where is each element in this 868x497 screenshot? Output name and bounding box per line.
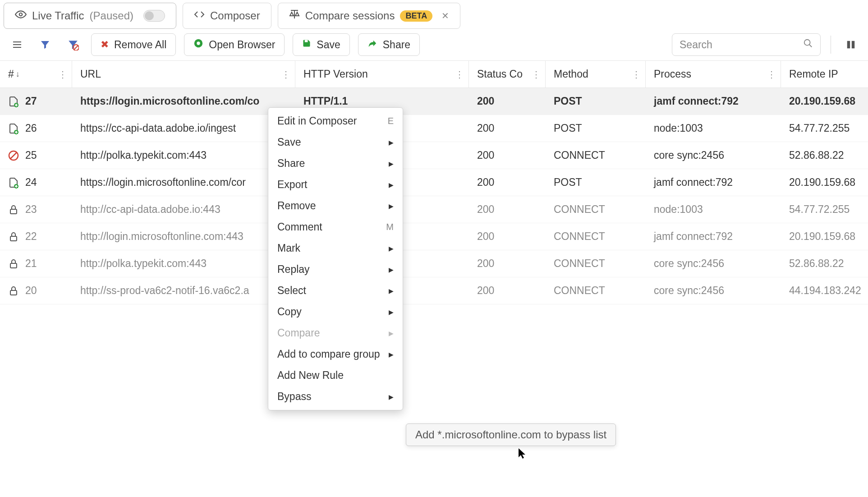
- svg-rect-20: [10, 263, 17, 268]
- chevron-right-icon: ▶: [389, 202, 394, 210]
- tab-live-label: Live Traffic: [32, 9, 84, 22]
- table-row[interactable]: 23http://cc-api-data.adobe.io:443200CONN…: [0, 196, 868, 223]
- submenu-bypass[interactable]: Add *.microsoftonline.com to bypass list: [406, 423, 616, 446]
- row-status: 200: [469, 250, 546, 277]
- remove-all-button[interactable]: ✖ Remove All: [91, 33, 176, 56]
- row-status: 200: [469, 277, 546, 304]
- scale-icon: [289, 9, 300, 23]
- menu-label: Bypass: [277, 391, 311, 403]
- col-menu-icon[interactable]: ⋮: [767, 69, 776, 80]
- table-row[interactable]: 25http://polka.typekit.com:443200CONNECT…: [0, 142, 868, 169]
- open-browser-button[interactable]: Open Browser: [184, 33, 285, 56]
- menu-label: Export: [277, 179, 307, 191]
- row-method: POST: [546, 115, 646, 142]
- col-menu-icon[interactable]: ⋮: [632, 69, 641, 80]
- col-url[interactable]: URL ⋮: [72, 61, 295, 87]
- search-input[interactable]: Search: [672, 33, 821, 56]
- col-menu-icon[interactable]: ⋮: [281, 69, 290, 80]
- col-num[interactable]: # ↓ ⋮: [0, 61, 72, 87]
- tab-composer[interactable]: Composer: [183, 3, 271, 29]
- menu-item-export[interactable]: Export▶: [268, 174, 403, 195]
- row-ip: 20.190.159.68: [781, 88, 868, 115]
- menu-item-copy[interactable]: Copy▶: [268, 301, 403, 322]
- row-num: 22: [25, 230, 37, 243]
- cursor-icon: [519, 448, 527, 461]
- menu-item-add-to-compare-group[interactable]: Add to compare group▶: [268, 344, 403, 365]
- layout-icon[interactable]: [841, 35, 861, 55]
- col-menu-icon[interactable]: ⋮: [58, 69, 67, 80]
- row-num: 25: [25, 149, 37, 161]
- row-ip: 52.86.88.22: [781, 250, 868, 277]
- row-ip: 54.77.72.255: [781, 115, 868, 142]
- chevron-right-icon: ▶: [389, 393, 394, 400]
- table-row[interactable]: 22http://login.microsoftonline.com:44320…: [0, 223, 868, 250]
- col-ip[interactable]: Remote IP: [781, 61, 868, 87]
- col-menu-icon[interactable]: ⋮: [455, 69, 464, 80]
- menu-label: Mark: [277, 242, 300, 254]
- remove-all-label: Remove All: [114, 39, 166, 51]
- menu-item-share[interactable]: Share▶: [268, 153, 403, 174]
- filter-icon[interactable]: [35, 35, 55, 55]
- lock-icon: [8, 285, 19, 296]
- beta-badge: BETA: [400, 10, 432, 22]
- search-placeholder: Search: [680, 39, 712, 51]
- menu-item-bypass[interactable]: Bypass▶: [268, 386, 403, 407]
- filter-off-icon[interactable]: [63, 35, 83, 55]
- menu-label: Save: [277, 136, 301, 148]
- save-icon: [302, 39, 311, 51]
- save-button[interactable]: Save: [293, 33, 349, 56]
- svg-rect-21: [10, 290, 17, 295]
- menu-item-edit-in-composer[interactable]: Edit in ComposerE: [268, 110, 403, 132]
- menu-item-add-new-rule[interactable]: Add New Rule: [268, 365, 403, 386]
- row-url: http://login.microsoftonline.com:443: [72, 223, 295, 250]
- menu-item-replay[interactable]: Replay▶: [268, 259, 403, 280]
- row-num: 24: [25, 176, 37, 189]
- col-status[interactable]: Status Co ⋮: [469, 61, 546, 87]
- row-method: CONNECT: [546, 277, 646, 304]
- menu-item-comment[interactable]: CommentM: [268, 216, 403, 238]
- menu-item-mark[interactable]: Mark▶: [268, 238, 403, 259]
- chevron-right-icon: ▶: [389, 245, 394, 252]
- row-status: 200: [469, 223, 546, 250]
- chevron-right-icon: ▶: [389, 308, 394, 316]
- row-method: CONNECT: [546, 196, 646, 223]
- table-row[interactable]: 26https://cc-api-data.adobe.io/ingest200…: [0, 115, 868, 142]
- chevron-right-icon: ▶: [389, 351, 394, 358]
- row-url: http://polka.typekit.com:443: [72, 142, 295, 169]
- col-menu-icon[interactable]: ⋮: [532, 69, 541, 80]
- tab-compare-sessions[interactable]: Compare sessions BETA ✕: [278, 3, 460, 29]
- menu-item-select[interactable]: Select▶: [268, 280, 403, 301]
- share-button[interactable]: Share: [358, 33, 420, 56]
- menu-icon[interactable]: [7, 35, 27, 55]
- table-row[interactable]: 24https://login.microsoftonline.com/cor2…: [0, 169, 868, 196]
- svg-point-9: [804, 40, 810, 46]
- chevron-right-icon: ▶: [389, 139, 394, 146]
- menu-label: Select: [277, 285, 306, 297]
- row-method: POST: [546, 88, 646, 115]
- svg-line-10: [809, 45, 812, 47]
- blocked-icon: [8, 150, 19, 161]
- row-status: 200: [469, 196, 546, 223]
- row-status: 200: [469, 169, 546, 196]
- toolbar: ✖ Remove All Open Browser Save Share Sea…: [0, 29, 868, 61]
- submenu-label: Add *.microsoftonline.com to bypass list: [415, 428, 606, 441]
- tab-composer-label: Composer: [210, 9, 260, 22]
- close-icon[interactable]: ✕: [441, 10, 449, 21]
- svg-rect-11: [847, 41, 850, 49]
- table-row[interactable]: 27https://login.microsoftonline.com/coHT…: [0, 88, 868, 115]
- sort-desc-icon: ↓: [16, 69, 20, 79]
- live-toggle[interactable]: [143, 10, 165, 22]
- table-row[interactable]: 21http://polka.typekit.com:443200CONNECT…: [0, 250, 868, 277]
- row-process: jamf connect:792: [646, 169, 781, 196]
- row-num: 20: [25, 285, 37, 297]
- table-row[interactable]: 20http://ss-prod-va6c2-notif-16.va6c2.a2…: [0, 277, 868, 304]
- code-icon: [194, 9, 205, 23]
- x-icon: ✖: [101, 39, 109, 51]
- chevron-right-icon: ▶: [389, 330, 394, 337]
- tab-live-traffic[interactable]: Live Traffic (Paused): [4, 3, 176, 29]
- menu-item-remove[interactable]: Remove▶: [268, 195, 403, 216]
- col-method[interactable]: Method ⋮: [546, 61, 646, 87]
- menu-item-save[interactable]: Save▶: [268, 132, 403, 153]
- col-http[interactable]: HTTP Version ⋮: [295, 61, 469, 87]
- col-process[interactable]: Process ⋮: [646, 61, 781, 87]
